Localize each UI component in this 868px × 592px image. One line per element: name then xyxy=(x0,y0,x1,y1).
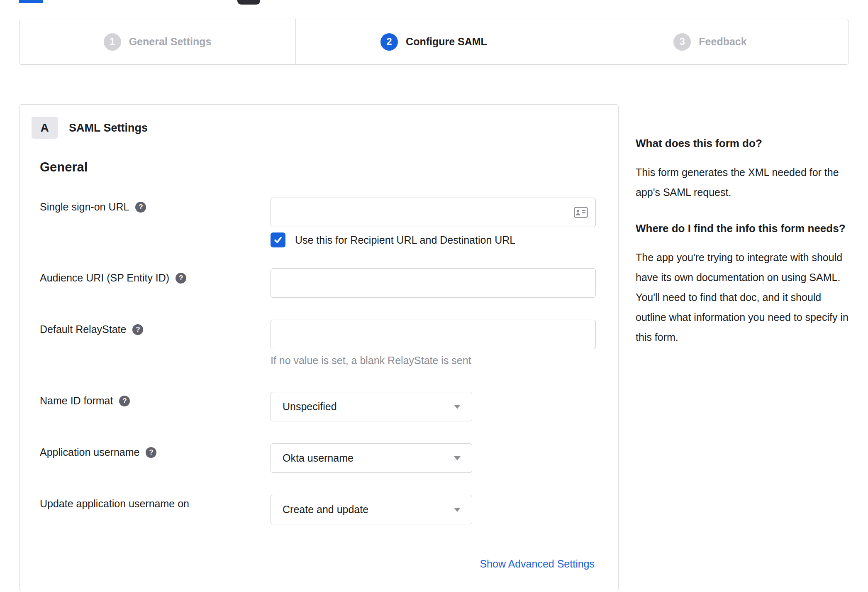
name-id-format-select[interactable]: Unspecified xyxy=(271,392,472,421)
step-2-number-badge: 2 xyxy=(380,33,398,51)
sidebar-question-1-body: This form generates the XML needed for t… xyxy=(636,162,851,202)
help-icon[interactable]: ? xyxy=(132,324,143,335)
relay-state-label: Default RelayState ? xyxy=(40,323,143,335)
configure-saml-page: { "colors": { "primary_blue": "#1662dd",… xyxy=(0,0,868,592)
checkmark-icon xyxy=(273,235,283,245)
help-icon[interactable]: ? xyxy=(135,202,146,213)
step-1-number-badge: 1 xyxy=(104,33,121,51)
chevron-down-icon xyxy=(454,456,461,460)
update-username-label-text: Update application username on xyxy=(40,498,189,510)
clipped-app-logo-fragment xyxy=(237,0,260,5)
help-sidebar: What does this form do? This form genera… xyxy=(636,135,851,365)
sso-url-label-text: Single sign-on URL xyxy=(40,201,129,213)
update-username-select[interactable]: Create and update xyxy=(271,495,472,524)
section-a-badge: A xyxy=(32,117,58,139)
update-username-selected-value: Create and update xyxy=(283,504,368,516)
help-icon[interactable]: ? xyxy=(146,447,156,458)
help-icon[interactable]: ? xyxy=(119,396,130,406)
clipped-page-title-fragment xyxy=(19,0,43,3)
application-username-selected-value: Okta username xyxy=(283,452,354,464)
panel-title: SAML Settings xyxy=(69,122,148,135)
sso-url-label: Single sign-on URL ? xyxy=(40,201,146,213)
name-id-format-label: Name ID format ? xyxy=(40,395,130,407)
chevron-down-icon xyxy=(454,508,461,512)
step-3-label: Feedback xyxy=(699,36,746,48)
audience-uri-label: Audience URI (SP Entity ID) ? xyxy=(40,272,186,284)
help-icon[interactable]: ? xyxy=(176,273,186,284)
chevron-down-icon xyxy=(454,405,461,409)
relay-state-label-text: Default RelayState xyxy=(40,323,126,335)
setup-wizard-stepper: 1 General Settings 2 Configure SAML 3 Fe… xyxy=(19,19,848,65)
recipient-url-checkbox-row: Use this for Recipient URL and Destinati… xyxy=(271,232,515,247)
show-advanced-settings-link[interactable]: Show Advanced Settings xyxy=(480,558,595,570)
name-id-format-selected-value: Unspecified xyxy=(283,401,337,413)
recipient-url-checkbox-label: Use this for Recipient URL and Destinati… xyxy=(295,234,515,246)
step-2-label: Configure SAML xyxy=(406,36,487,48)
sso-url-input[interactable] xyxy=(271,198,596,227)
update-username-label: Update application username on xyxy=(40,498,189,510)
application-username-label-text: Application username xyxy=(40,446,139,458)
application-username-label: Application username ? xyxy=(40,446,156,458)
relay-state-input[interactable] xyxy=(271,320,596,349)
audience-uri-label-text: Audience URI (SP Entity ID) xyxy=(40,272,169,284)
step-configure-saml[interactable]: 2 Configure SAML xyxy=(295,19,572,64)
sidebar-question-2-body: The app you're trying to integrate with … xyxy=(636,247,851,347)
saml-settings-panel: A SAML Settings General Single sign-on U… xyxy=(19,104,619,591)
general-section-heading: General xyxy=(40,160,88,175)
step-1-label: General Settings xyxy=(129,36,212,48)
contact-card-icon xyxy=(574,207,588,218)
relay-state-helper-text: If no value is set, a blank RelayState i… xyxy=(271,355,471,367)
audience-uri-input[interactable] xyxy=(271,268,596,298)
name-id-format-label-text: Name ID format xyxy=(40,395,113,407)
sidebar-question-2-title: Where do I find the info this form needs… xyxy=(636,220,851,237)
step-general-settings[interactable]: 1 General Settings xyxy=(20,19,295,64)
application-username-select[interactable]: Okta username xyxy=(271,443,472,473)
sidebar-question-1-title: What does this form do? xyxy=(636,135,851,152)
step-3-number-badge: 3 xyxy=(673,33,691,51)
recipient-url-checkbox[interactable] xyxy=(271,232,285,247)
step-feedback[interactable]: 3 Feedback xyxy=(572,19,848,64)
